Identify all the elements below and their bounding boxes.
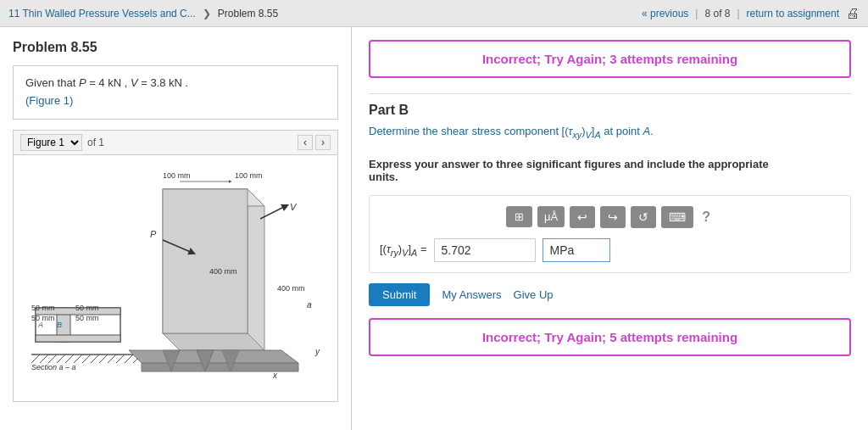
answer-value-input[interactable]: [434, 238, 536, 262]
svg-text:100 mm: 100 mm: [235, 171, 263, 180]
main-layout: Problem 8.55 Given that P = 4 kN , V = 3…: [0, 27, 868, 430]
svg-text:Section a – a: Section a – a: [31, 363, 76, 371]
figure-of-label: of 1: [87, 137, 104, 148]
figure-svg: 50 mm 50 mm 50 mm 50 mm Section a – a A …: [14, 159, 337, 397]
svg-marker-26: [248, 189, 264, 350]
svg-line-11: [116, 355, 125, 363]
nav-separator-1: |: [695, 8, 698, 20]
svg-text:400 mm: 400 mm: [209, 267, 237, 276]
description-suffix: at point A.: [601, 125, 654, 137]
matrix-button[interactable]: ⊞: [506, 206, 532, 227]
given-text: Given that P = 4 kN , V = 3.8 kN .: [25, 76, 188, 89]
svg-text:400 mm: 400 mm: [277, 284, 305, 293]
svg-line-10: [108, 355, 116, 363]
left-panel: Problem 8.55 Given that P = 4 kN , V = 3…: [0, 27, 352, 430]
svg-line-4: [57, 355, 65, 363]
previous-link[interactable]: « previous: [642, 8, 688, 20]
figure-select[interactable]: Figure 1: [20, 134, 82, 151]
svg-line-12: [125, 355, 133, 363]
keyboard-button[interactable]: ⌨: [661, 206, 693, 228]
part-b-label: Part B: [369, 103, 851, 118]
svg-line-8: [91, 355, 99, 363]
svg-line-3: [48, 355, 57, 363]
part-b-description: Determine the shear stress component [(τ…: [369, 125, 851, 140]
submit-button[interactable]: Submit: [369, 283, 430, 306]
svg-marker-27: [163, 333, 264, 350]
problem-title: Problem 8.55: [13, 40, 338, 55]
top-incorrect-banner: Incorrect; Try Again; 3 attempts remaini…: [369, 40, 851, 78]
return-to-assignment-link[interactable]: return to assignment: [747, 8, 839, 20]
svg-line-9: [99, 355, 108, 363]
svg-line-5: [65, 355, 74, 363]
svg-text:A: A: [37, 321, 43, 329]
svg-line-2: [40, 355, 48, 363]
breadcrumb-navigation: « previous | 8 of 8 | return to assignme…: [642, 6, 860, 21]
svg-text:a: a: [307, 300, 312, 310]
breadcrumb-separator: ❯: [203, 8, 211, 20]
answer-unit-input[interactable]: [542, 238, 610, 262]
svg-text:100 mm: 100 mm: [163, 171, 191, 180]
svg-line-7: [82, 355, 91, 363]
figure-nav-buttons: ‹ ›: [298, 135, 331, 150]
input-area: ⊞ μÅ ↩ ↪ ↺ ⌨ ? [(τry)V]A =: [369, 195, 851, 273]
right-panel: Incorrect; Try Again; 3 attempts remaini…: [352, 27, 868, 430]
math-expression: [(τxy)V]A: [562, 125, 601, 137]
breadcrumb-chapter-link[interactable]: 11 Thin Walled Pressure Vessels and C...: [8, 8, 196, 20]
undo-button[interactable]: ↩: [570, 206, 595, 228]
svg-text:P: P: [150, 229, 157, 239]
breadcrumb-current-page: Problem 8.55: [218, 8, 278, 20]
express-line1: Express your answer to three significant…: [369, 158, 769, 170]
mu-button[interactable]: μÅ: [537, 206, 565, 227]
svg-line-6: [74, 355, 82, 363]
breadcrumb-bar: 11 Thin Walled Pressure Vessels and C...…: [0, 0, 868, 27]
figure-image-area: 50 mm 50 mm 50 mm 50 mm Section a – a A …: [14, 155, 337, 401]
svg-text:B: B: [57, 321, 62, 329]
nav-separator-2: |: [737, 8, 739, 20]
express-text: Express your answer to three significant…: [369, 158, 851, 183]
svg-line-1: [31, 355, 40, 363]
svg-rect-17: [36, 335, 120, 342]
figure-1-link[interactable]: (Figure 1): [25, 94, 73, 107]
page-info: 8 of 8: [704, 8, 730, 20]
figure-next-button[interactable]: ›: [315, 135, 331, 150]
label-50mm-left: 50 mm: [31, 304, 55, 312]
svg-text:50 mm: 50 mm: [75, 304, 99, 312]
svg-text:y: y: [314, 347, 320, 356]
svg-text:x: x: [272, 371, 278, 380]
given-box: Given that P = 4 kN , V = 3.8 kN . (Figu…: [13, 65, 338, 120]
refresh-button[interactable]: ↺: [631, 206, 656, 228]
breadcrumb-left: 11 Thin Walled Pressure Vessels and C...…: [8, 8, 278, 20]
description-prefix: Determine the shear stress component: [369, 125, 562, 137]
svg-text:50 mm: 50 mm: [75, 314, 99, 322]
give-up-link[interactable]: Give Up: [514, 288, 554, 301]
my-answers-link[interactable]: My Answers: [442, 288, 501, 301]
express-line2: units.: [369, 170, 398, 183]
figure-header: Figure 1 of 1 ‹ ›: [14, 131, 337, 155]
answer-label: [(τry)V]A =: [380, 243, 427, 258]
svg-text:V: V: [290, 202, 298, 212]
part-b-divider: [369, 93, 851, 94]
figure-prev-button[interactable]: ‹: [298, 135, 313, 150]
print-icon[interactable]: 🖨: [846, 6, 860, 21]
redo-button[interactable]: ↪: [600, 206, 626, 228]
svg-marker-30: [129, 350, 298, 363]
help-button[interactable]: ?: [698, 208, 714, 226]
figure-container: Figure 1 of 1 ‹ ›: [13, 130, 338, 402]
answer-row: [(τry)V]A =: [380, 238, 840, 262]
bottom-incorrect-banner: Incorrect; Try Again; 5 attempts remaini…: [369, 318, 851, 356]
svg-rect-29: [163, 189, 248, 333]
action-row: Submit My Answers Give Up: [369, 283, 851, 306]
toolbar: ⊞ μÅ ↩ ↪ ↺ ⌨ ?: [380, 206, 840, 228]
